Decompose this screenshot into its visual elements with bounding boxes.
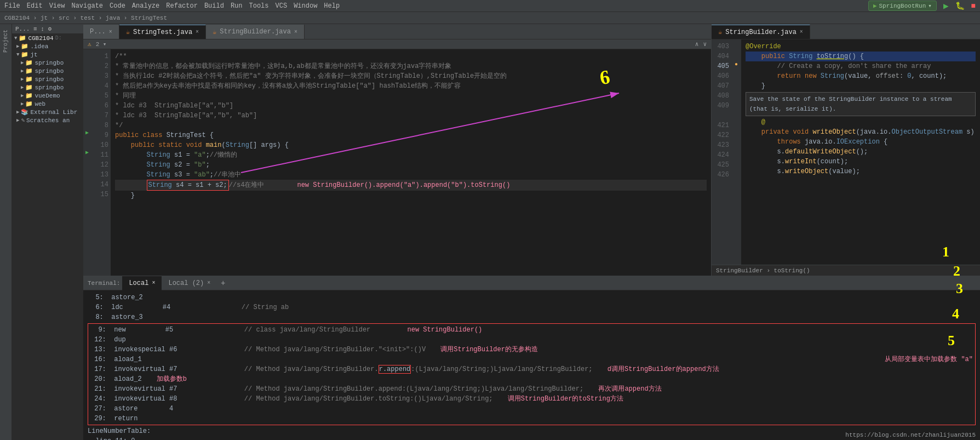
tab-label: Local xyxy=(129,279,148,287)
left-code-view: ▶ ▶ 123456789101112131415 /** * 常量池中的信息，… xyxy=(83,49,711,276)
tab-close-icon[interactable]: × xyxy=(207,280,210,286)
tree-label: springbo xyxy=(35,76,64,83)
tree-item-scratches[interactable]: ▶ ✎ Scratches an xyxy=(12,116,83,124)
tab-close-icon[interactable]: × xyxy=(109,29,112,35)
right-breadcrumb-text: StringBuilder › toString() xyxy=(716,267,810,274)
terminal-red-box: 9: new #5 // class java/lang/StringBuild… xyxy=(88,323,976,425)
tab-project[interactable]: P... × xyxy=(83,25,119,39)
code-line-12: String s2 = "b"; xyxy=(115,160,707,170)
file-tree: P... ≡ ↕ ⚙ ▼ 📁 CGB2104 D: ▶ 📁 .idea ▼ 📁 … xyxy=(12,24,83,440)
java-file-icon: ☕ xyxy=(718,28,722,36)
run-icon-main[interactable]: ▶ xyxy=(85,148,89,158)
expand-icon[interactable]: ∨ xyxy=(703,41,707,48)
right-breadcrumb: StringBuilder › toString() xyxy=(712,265,980,276)
menu-navigate[interactable]: Navigate xyxy=(71,2,103,10)
code-line-5: * 同理 xyxy=(115,91,707,101)
tree-item-idea[interactable]: ▶ 📁 .idea xyxy=(12,42,83,50)
right-editor-tab-bar: ☕ StringBuilder.java × xyxy=(712,24,980,39)
run-button[interactable]: ▶ xyxy=(943,1,949,12)
tree-item-vuedemo[interactable]: ▶ 📁 vueDemo xyxy=(12,92,83,100)
tree-item-cgb2104[interactable]: ▼ 📁 CGB2104 D: xyxy=(12,34,83,42)
sidebar-tab-project[interactable]: Project xyxy=(2,26,10,56)
arrow-icon: ▼ xyxy=(16,52,19,58)
file-tree-header: P... ≡ ↕ ⚙ xyxy=(12,24,83,34)
terminal-line: 29: return xyxy=(90,414,973,424)
sidebar-panel: Project xyxy=(0,24,12,440)
menu-vcs[interactable]: VCS xyxy=(276,2,288,10)
run-icon-class[interactable]: ▶ xyxy=(85,128,89,138)
right-code-line-423: throws java.io.IOException { xyxy=(746,137,976,147)
tab-close-icon[interactable]: × xyxy=(152,280,155,286)
menu-help[interactable]: Help xyxy=(324,2,340,10)
terminal-tab-local1[interactable]: Local × xyxy=(122,276,162,290)
right-gutter: ● xyxy=(731,39,741,265)
code-line-8: */ xyxy=(115,121,707,130)
new-terminal-tab-button[interactable]: + xyxy=(217,277,229,289)
annotation-append1: d调用StringBuilder的append方法 xyxy=(608,365,719,373)
folder-icon: 📁 xyxy=(19,35,26,42)
terminal-line: 5: astore_2 xyxy=(88,293,976,302)
arrow-icon: ▶ xyxy=(16,117,19,123)
warning-banner: ⚠ 2 ▾ ∧ ∨ xyxy=(83,39,711,49)
tree-label: Scratches an xyxy=(26,117,70,124)
right-code-view: 403 404 405 406 407 408 409 421 422 423 … xyxy=(712,39,980,265)
menu-edit[interactable]: Edit xyxy=(27,2,43,10)
run-config-selector[interactable]: ▶ SpringBootRun ▾ xyxy=(868,1,937,11)
tab-close-icon[interactable]: × xyxy=(294,29,297,35)
terminal-line: 6: ldc #4 // String ab xyxy=(88,302,976,312)
right-code-line-405: public String toString() { xyxy=(746,52,976,61)
tab-label: P... xyxy=(90,28,106,36)
chevron-down-icon: ▾ xyxy=(928,2,932,9)
breakpoint-icon[interactable]: ● xyxy=(735,61,738,67)
tree-item-springbo4[interactable]: ▶ 📁 springbo xyxy=(12,83,83,92)
tab-close-icon[interactable]: × xyxy=(196,29,199,35)
terminal-line: 16: aload_1 从局部变量表中加载参数 "a" xyxy=(90,355,973,364)
terminal-line: LineNumberTable: xyxy=(88,426,976,436)
annotation-tostring: 调用StringBuilder的toString方法 xyxy=(508,395,623,403)
terminal-line: 20: aload_2 加载参数b xyxy=(90,374,973,384)
code-line-11: String s1 = "a";//懒惰的 xyxy=(115,150,707,160)
arrow-icon: ▶ xyxy=(16,43,19,49)
tree-item-web[interactable]: ▶ 📁 web xyxy=(12,100,83,108)
status-url: https://blog.csdn.net/zhanlijuan2015 xyxy=(845,430,976,440)
menu-code[interactable]: Code xyxy=(110,2,125,10)
tab-stringbuilder[interactable]: ☕ StringBuilder.java × xyxy=(206,25,305,39)
right-code-line-408: } xyxy=(746,81,976,91)
breadcrumb-text: CGB2104 › jt › src › test › java › Strin… xyxy=(4,15,167,21)
right-code-line-421: @ xyxy=(746,117,976,127)
tree-label: springbo xyxy=(35,68,64,75)
arrow-icon: ▶ xyxy=(21,93,24,99)
tree-item-external-libs[interactable]: ▶ 📚 External Libr xyxy=(12,108,83,116)
right-code-line-407: return new String(value, offset: 0, coun… xyxy=(746,71,976,81)
menu-view[interactable]: View xyxy=(49,2,65,10)
menu-analyze[interactable]: Analyze xyxy=(132,2,159,10)
menu-file[interactable]: File xyxy=(4,2,20,10)
code-gutter: ▶ ▶ xyxy=(83,49,91,276)
menu-run[interactable]: Run xyxy=(231,2,243,10)
tree-item-jt[interactable]: ▼ 📁 jt xyxy=(12,50,83,59)
menu-tools[interactable]: Tools xyxy=(249,2,269,10)
tab-right-stringbuilder[interactable]: ☕ StringBuilder.java × xyxy=(712,25,810,39)
debug-button[interactable]: 🐛 xyxy=(955,1,965,10)
tree-item-springbo1[interactable]: ▶ 📁 springbo xyxy=(12,59,83,67)
tree-label: CGB2104 xyxy=(28,35,53,42)
code-content: /** * 常量池中的信息，都会被加载到运行时常量池中，这时a,b,ab都是常量… xyxy=(111,49,711,276)
menu-build[interactable]: Build xyxy=(204,2,224,10)
tree-item-springbo3[interactable]: ▶ 📁 springbo xyxy=(12,75,83,83)
code-line-2: * 常量池中的信息，都会被加载到运行时常量池中，这时a,b,ab都是常量池中的符… xyxy=(115,61,707,71)
folder-icon: 📁 xyxy=(21,51,28,58)
tab-stringtest[interactable]: ☕ StringTest.java × xyxy=(119,25,206,39)
menu-refactor[interactable]: Refactor xyxy=(166,2,198,10)
code-line-13: String s3 = "ab";//串池中 xyxy=(115,170,707,180)
tree-label: .idea xyxy=(30,43,48,50)
tab-close-icon[interactable]: × xyxy=(800,29,803,35)
tree-item-springbo2[interactable]: ▶ 📁 springbo xyxy=(12,67,83,75)
stop-button[interactable]: ■ xyxy=(971,2,976,10)
tab-label: StringTest.java xyxy=(133,28,192,36)
code-line-9: public class StringTest { xyxy=(115,130,707,140)
menu-window[interactable]: Window xyxy=(294,2,317,10)
tree-label: springbo xyxy=(35,84,64,91)
terminal-tab-local2[interactable]: Local (2) × xyxy=(162,276,217,290)
arrow-icon: ▶ xyxy=(16,109,19,115)
collapse-icon[interactable]: ∧ xyxy=(695,41,699,48)
